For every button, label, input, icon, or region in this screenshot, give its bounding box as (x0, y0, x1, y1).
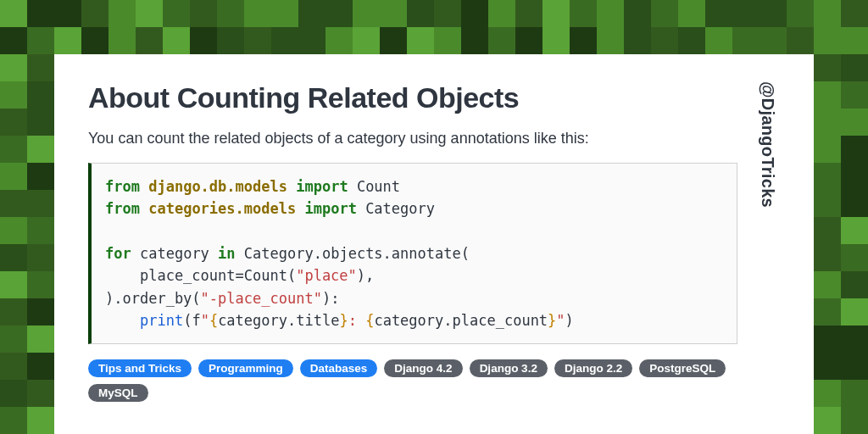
tag[interactable]: Django 2.2 (554, 359, 632, 377)
twitter-handle[interactable]: @DjangoTricks (758, 81, 777, 208)
tag[interactable]: Django 4.2 (384, 359, 462, 377)
tag[interactable]: Databases (300, 359, 378, 377)
tag[interactable]: Tips and Tricks (88, 359, 192, 377)
tag[interactable]: MySQL (88, 384, 148, 402)
page-title: About Counting Related Objects (88, 81, 737, 114)
tag[interactable]: Django 3.2 (470, 359, 548, 377)
main-column: About Counting Related Objects You can c… (88, 81, 737, 407)
lead-text: You can count the related objects of a c… (88, 130, 737, 147)
tag-list: Tips and TricksProgrammingDatabasesDjang… (88, 359, 737, 402)
code-block: from django.db.models import Count from … (88, 163, 737, 344)
tag[interactable]: Programming (198, 359, 293, 377)
side-column: @DjangoTricks (754, 81, 780, 407)
content-card: About Counting Related Objects You can c… (54, 54, 814, 434)
tag[interactable]: PostgreSQL (639, 359, 726, 377)
